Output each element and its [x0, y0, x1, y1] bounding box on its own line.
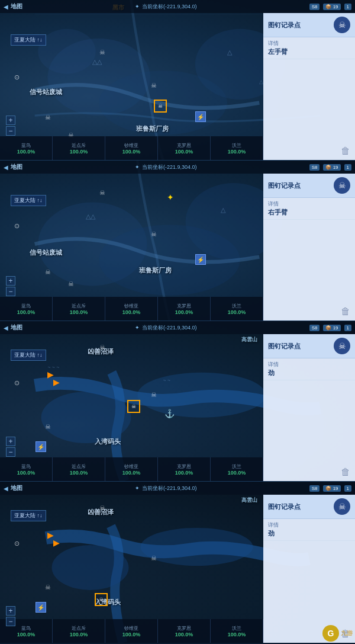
pin-detail-value-1: 左手臂: [268, 47, 350, 56]
zoom-in-3[interactable]: +: [6, 437, 15, 446]
pin-detail-value-4: 劲: [268, 529, 350, 538]
coord-icon-3: ✦: [135, 325, 140, 331]
side-panel-spacer-1: [263, 59, 355, 142]
delete-button-1[interactable]: 🗑: [341, 146, 350, 156]
map-title-4: 地图: [11, 484, 22, 492]
topbar-1: ◀ 地图 ✦ 当前坐标(-221.9,304.0) S8 📦 19 1: [0, 0, 355, 13]
zoom-out-4[interactable]: −: [6, 617, 15, 626]
skull-3-4: ☠: [45, 423, 51, 431]
skull-1-1: ☠: [99, 49, 105, 56]
back-button-1[interactable]: ◀: [4, 4, 8, 10]
stat-value-2-1: 100.0%: [17, 309, 36, 315]
stat-1-5: 沃兰 100.0%: [211, 136, 263, 160]
skull-2-5: ☠: [68, 280, 74, 288]
target-marker-3: ☠: [127, 400, 140, 413]
svg-point-13: [41, 392, 131, 443]
map-title-3: 地图: [11, 323, 22, 332]
delete-row-2: 🗑: [263, 303, 355, 321]
watermark: G 九游: [322, 625, 353, 642]
zoom-out-2[interactable]: −: [6, 287, 15, 296]
stat-name-4-2: 近点斥: [72, 625, 86, 632]
zoom-out-3[interactable]: −: [6, 447, 15, 457]
back-button-4[interactable]: ◀: [4, 485, 8, 492]
delete-button-2[interactable]: 🗑: [341, 306, 350, 317]
pin-title-1: 图钉记录点: [268, 21, 301, 30]
skull-1-3: ☠: [151, 82, 157, 89]
coords-1: ✦ 当前坐标(-221.9,304.0): [135, 3, 197, 11]
stat-name-2-5: 沃兰: [232, 303, 241, 309]
stat-4-2: 近点斥 100.0%: [53, 619, 105, 643]
stat-value-3-1: 100.0%: [17, 470, 36, 476]
yellow-star-2: ✦: [167, 193, 174, 202]
pin-detail-label-3: 详情: [268, 361, 350, 369]
map-title-2: 地图: [11, 163, 22, 171]
map-panel-2: △△ △ ◀ 地图 ✦ 当前坐标(-221.9,304.0) S8 📦 19 1…: [0, 161, 355, 321]
pin-detail-row-2: 详情 右手臂: [263, 198, 355, 220]
map-title-1: 地图: [11, 2, 22, 11]
topbar-center-3: ✦ 当前坐标(-221.9,304.0): [26, 324, 306, 332]
stat-name-1-4: 克罗恩: [177, 142, 191, 149]
skull-3-2: ⊙: [14, 379, 20, 387]
stat-name-1-5: 沃兰: [232, 142, 241, 149]
zoom-in-4[interactable]: +: [6, 606, 15, 616]
label-factory-2: 班鲁斯厂房: [139, 266, 172, 275]
side-panel-spacer-4: [263, 541, 355, 625]
skull-4-1: ☠: [99, 504, 105, 512]
pin-avatar-1: ☠: [334, 17, 350, 33]
zoom-in-2[interactable]: +: [6, 276, 15, 286]
stat-value-4-3: 100.0%: [122, 632, 141, 637]
blue-marker-2: ⚡: [195, 254, 206, 265]
skull-4-3: ☠: [151, 555, 157, 562]
pin-detail-row-1: 详情 左手臂: [263, 37, 355, 59]
side-panel-spacer-3: [263, 380, 355, 463]
mountain-label-4: 高雲山: [241, 496, 257, 504]
region-asia-1: 亚夏大陆 ↑↓: [11, 34, 46, 46]
stat-value-2-4: 100.0%: [175, 309, 193, 315]
zoom-out-1[interactable]: −: [6, 126, 15, 136]
side-panel-header-4: 图钉记录点 ☠: [263, 495, 355, 519]
topbar-center-1: ✦ 当前坐标(-221.9,304.0): [26, 3, 306, 11]
side-panel-2: 图钉记录点 ☠ 详情 右手臂 🗑: [263, 174, 355, 321]
stat-3-5: 沃兰 100.0%: [211, 457, 263, 481]
badge-s8-4: S8: [309, 485, 320, 492]
stats-bar-4: 蓝鸟 100.0% 近点斥 100.0% 钞维亚 100.0% 克罗恩 100.…: [0, 619, 263, 643]
badge-1-1: 1: [344, 4, 351, 10]
map-panel-3: ~ ~ ~ ~ ~ ◀ 地图 ✦ 当前坐标(-221.9,304.0) S8 📦…: [0, 321, 355, 482]
topbar-center-4: ✦ 当前坐标(-221.9,304.0): [26, 485, 306, 492]
pin-detail-value-2: 右手臂: [268, 208, 350, 217]
badge-19-1: 📦 19: [323, 4, 340, 10]
pin-detail-label-2: 详情: [268, 200, 350, 208]
stat-value-1-5: 100.0%: [228, 149, 246, 155]
topbar-center-2: ✦ 当前坐标(-221.9,304.0): [26, 164, 306, 171]
svg-point-18: [141, 528, 253, 566]
target-marker-1: ☠: [154, 100, 167, 113]
coord-text-3: 当前坐标(-221.9,304.0): [142, 324, 197, 332]
delete-row-1: 🗑: [263, 142, 355, 160]
svg-text:△△: △△: [92, 58, 102, 65]
stat-name-1-3: 钞维亚: [124, 142, 138, 149]
side-panel-header-3: 图钉记录点 ☠: [263, 334, 355, 358]
stat-value-1-3: 100.0%: [122, 149, 141, 155]
target-marker-4: ☠: [95, 593, 108, 606]
badge-1-2: 1: [344, 164, 351, 171]
stat-name-3-5: 沃兰: [232, 463, 241, 470]
stat-value-2-3: 100.0%: [122, 309, 141, 315]
badge-s8-3: S8: [309, 325, 320, 331]
stat-name-4-4: 克罗恩: [177, 625, 191, 632]
zoom-in-1[interactable]: +: [6, 116, 15, 125]
skull-1-2: ⊙: [14, 73, 20, 81]
stat-2-1: 蓝鸟 100.0%: [0, 297, 53, 321]
badge-19-4: 📦 19: [323, 485, 340, 492]
stat-value-1-1: 100.0%: [17, 149, 36, 155]
stat-4-5: 沃兰 100.0%: [211, 619, 263, 643]
back-button-3[interactable]: ◀: [4, 325, 8, 331]
back-button-2[interactable]: ◀: [4, 164, 8, 171]
topbar-right-3: S8 📦 19 1: [309, 325, 351, 331]
delete-button-3[interactable]: 🗑: [341, 467, 350, 478]
coord-text-2: 当前坐标(-221.9,304.0): [142, 164, 197, 171]
skull-3-1: ☠: [99, 344, 105, 351]
side-panel-spacer-2: [263, 220, 355, 303]
delete-row-3: 🗑: [263, 463, 355, 481]
coord-icon-1: ✦: [135, 4, 140, 9]
topbar-left-1: ◀ 地图: [4, 2, 22, 11]
